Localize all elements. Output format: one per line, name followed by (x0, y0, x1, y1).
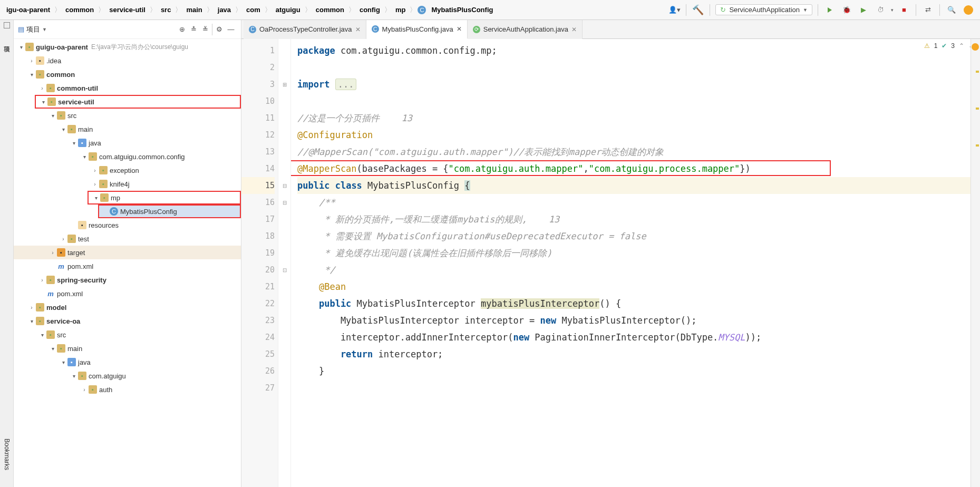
tree-item[interactable]: ▾▪src (14, 328, 241, 342)
tree-item[interactable]: ▾▪java (14, 136, 241, 150)
project-tree[interactable]: ▾▪ guigu-oa-parent E:\java学习\云尚办公\course… (14, 39, 241, 487)
expand-all-icon[interactable]: ≛ (188, 24, 199, 35)
tree-item[interactable]: ›▪exception (14, 163, 241, 177)
stop-icon[interactable]: ■ (898, 4, 910, 16)
editor-tab-active[interactable]: CMybatisPlusConfig.java✕ (366, 20, 468, 39)
crumb[interactable]: service-util (106, 5, 149, 15)
run-icon[interactable] (823, 4, 836, 16)
git-icon[interactable]: ⇄ (921, 4, 934, 16)
tree-item-mp[interactable]: ▾▪mp (88, 191, 241, 204)
editor-tabs: COaProcessTypeController.java✕ CMybatisP… (241, 20, 980, 39)
tree-item[interactable]: ›▪common-util (14, 81, 241, 95)
close-icon[interactable]: ✕ (457, 25, 462, 33)
tree-item[interactable]: ›▪.idea (14, 54, 241, 67)
tree-item[interactable]: ›▪knife4j (14, 177, 241, 191)
crumb[interactable]: common (62, 5, 97, 15)
build-icon[interactable]: 🔨 (692, 4, 704, 16)
right-scroll-markers[interactable] (971, 39, 980, 487)
tree-item[interactable]: ›▪model (14, 300, 241, 314)
tree-item[interactable]: mpom.xml (14, 287, 241, 300)
marker (976, 71, 979, 73)
crumb[interactable]: com (243, 5, 264, 15)
select-opened-icon[interactable]: ⊕ (176, 24, 188, 35)
left-tool-strip: 项目 Bookmarks 结构 (0, 20, 14, 487)
tree-item[interactable]: mpom.xml (14, 259, 241, 273)
tree-item-service-util[interactable]: ▾▪service-util (35, 95, 241, 109)
hide-icon[interactable]: — (225, 24, 237, 35)
tree-item[interactable]: ›▪spring-security (14, 273, 241, 287)
maven-icon: m (57, 262, 65, 270)
tree-item[interactable]: ▾▪main (14, 122, 241, 136)
crumb[interactable]: src (158, 5, 174, 15)
class-icon: C (249, 26, 256, 33)
debug-icon[interactable]: 🐞 (840, 4, 853, 16)
tree-item[interactable]: ▾▪service-oa (14, 314, 241, 328)
tree-item[interactable]: ▾▪common (14, 67, 241, 81)
bookmarks-tool-tab[interactable]: Bookmarks (3, 436, 11, 472)
project-header: ▤ 项目 ▼ ⊕ ≛ ≚ ⚙ — (14, 20, 241, 39)
tree-item[interactable]: ▾▪com.atguigu (14, 369, 241, 383)
crumb[interactable]: atguigu (273, 5, 304, 15)
run-config-label: ServiceAuthApplication (729, 6, 800, 14)
fold-column[interactable]: ⊞⊟⊟⊡ (278, 39, 291, 487)
avatar-icon[interactable] (962, 4, 975, 16)
marker-icon (972, 43, 979, 51)
settings-icon[interactable]: ⚙ (214, 24, 225, 35)
toolbar-right: 👤▾ 🔨 ↻ ServiceAuthApplication ▼ 🐞 ▶‌ ⏱ ▾… (668, 4, 977, 16)
marker (976, 108, 979, 110)
tree-root[interactable]: ▾▪ guigu-oa-parent E:\java学习\云尚办公\course… (14, 40, 241, 54)
tree-item[interactable]: ›▪auth (14, 383, 241, 396)
top-navbar: igu-oa-parent〉 common〉 service-util〉 src… (0, 0, 980, 20)
spring-icon: ⟳ (473, 26, 480, 33)
crumb[interactable]: igu-oa-parent (3, 5, 53, 15)
close-icon[interactable]: ✕ (355, 26, 361, 33)
editor-area: COaProcessTypeController.java✕ CMybatisP… (241, 20, 980, 487)
class-icon: C (372, 25, 379, 33)
close-icon[interactable]: ✕ (571, 26, 577, 33)
class-icon: C (418, 6, 426, 14)
collapse-all-icon[interactable]: ≚ (199, 24, 211, 35)
run-config-select[interactable]: ↻ ServiceAuthApplication ▼ (715, 4, 812, 15)
tree-item[interactable]: ▾▪main (14, 342, 241, 355)
coverage-icon[interactable]: ▶‌ (857, 4, 870, 16)
profile-icon[interactable]: ⏱ (874, 4, 887, 16)
project-tool-tab[interactable]: 项目 (2, 39, 11, 43)
tree-item[interactable]: ▾▪src (14, 109, 241, 122)
crumb[interactable]: mp (392, 5, 409, 15)
project-panel: ▤ 项目 ▼ ⊕ ≛ ≚ ⚙ — ▾▪ guigu-oa-parent E:\j… (14, 20, 241, 487)
tree-item[interactable]: ▾▪java (14, 355, 241, 369)
crumb-current[interactable]: MybatisPlusConfig (428, 5, 496, 15)
tree-item[interactable]: ›▪test (14, 232, 241, 246)
project-tool-icon[interactable] (4, 22, 10, 28)
project-title[interactable]: ▤ 项目 ▼ (18, 25, 47, 34)
tree-item-target[interactable]: ›▪target (14, 246, 241, 259)
crumb[interactable]: main (183, 5, 205, 15)
structure-tool-tab[interactable]: 结构 (2, 483, 11, 487)
editor-tab[interactable]: COaProcessTypeController.java✕ (244, 20, 366, 39)
editor-tab[interactable]: ⟳ServiceAuthApplication.java✕ (468, 20, 583, 39)
crumb[interactable]: config (356, 5, 383, 15)
maven-icon: m (46, 289, 55, 298)
tree-item[interactable]: ▪resources (14, 218, 241, 232)
tree-item[interactable]: ▾▪com.atguigu.common.config (14, 150, 241, 163)
line-gutter[interactable]: 1 2 3 10 11 12 13 14 15 16 17 18 19 20 2… (241, 39, 278, 487)
search-icon[interactable]: 🔍 (945, 4, 958, 16)
code-editor[interactable]: package com.atguigu.common.config.mp;imp… (291, 39, 971, 487)
crumb[interactable]: java (215, 5, 234, 15)
user-icon[interactable]: 👤▾ (668, 4, 681, 16)
marker (976, 144, 979, 147)
breadcrumb: igu-oa-parent〉 common〉 service-util〉 src… (3, 5, 496, 15)
tree-item-mybatisplusconfig[interactable]: CMybatisPlusConfig (98, 204, 241, 218)
crumb[interactable]: common (313, 5, 347, 15)
